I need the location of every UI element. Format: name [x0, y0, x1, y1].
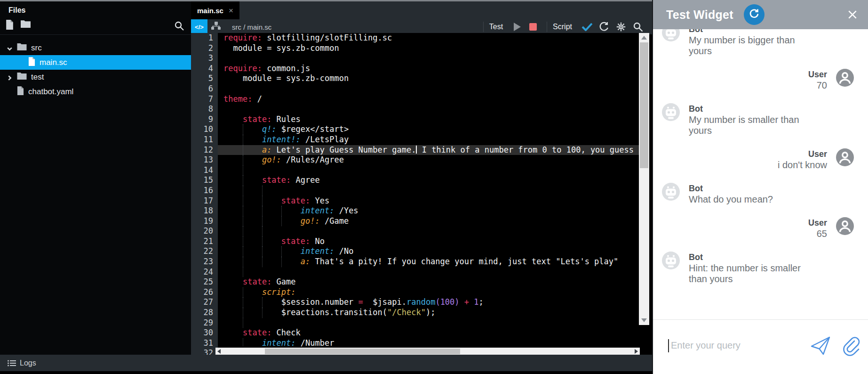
code-token: common.js — [262, 64, 310, 73]
indent-guide — [262, 257, 263, 267]
code-line-16 — [218, 186, 639, 196]
code-line-8 — [218, 104, 639, 114]
message-sender: User — [778, 148, 827, 160]
code-token: / — [252, 94, 262, 104]
bot-avatar — [662, 103, 680, 123]
new-folder-icon[interactable] — [21, 20, 31, 30]
ide-window: Files srcmain.sctestchatbot.yaml main.sc… — [0, 0, 868, 374]
reload-icon[interactable] — [598, 21, 610, 33]
query-input[interactable] — [670, 340, 789, 351]
scroll-right-arrow-icon[interactable] — [635, 349, 638, 354]
code-line-30: state: Check — [218, 328, 639, 338]
code-line-6 — [218, 84, 639, 94]
line-number: 3 — [191, 53, 218, 64]
tree-item-main-sc[interactable]: main.sc — [0, 55, 191, 70]
indent-guide — [243, 308, 243, 318]
tree-item-chatbot-yaml[interactable]: chatbot.yaml — [0, 84, 191, 99]
code-token: /Yes — [334, 206, 358, 215]
tree-item-test[interactable]: test — [0, 70, 191, 84]
code-token: ; — [479, 297, 484, 307]
line-number: 30 — [191, 328, 218, 338]
logs-bar[interactable]: Logs — [0, 355, 652, 371]
scroll-down-arrow-icon[interactable] — [641, 318, 647, 322]
attach-button[interactable] — [840, 335, 861, 357]
code-token: Rules — [271, 114, 300, 124]
code-line-26: script: — [218, 287, 639, 298]
play-button[interactable] — [514, 23, 521, 31]
message-text: i don't know — [778, 160, 827, 171]
gear-icon[interactable] — [615, 21, 627, 33]
code-token: slotfilling/slotFilling.sc — [262, 33, 392, 42]
paperclip-icon — [840, 335, 861, 357]
horizontal-scrollbar-thumb[interactable] — [265, 349, 460, 354]
line-number: 9 — [191, 114, 218, 125]
chevron-down-icon[interactable] — [7, 45, 13, 54]
code-token: intent: — [262, 338, 296, 347]
stop-button[interactable] — [529, 23, 537, 31]
scroll-left-arrow-icon[interactable] — [217, 349, 221, 354]
code-line-14 — [218, 165, 639, 176]
code-token: $session.number — [281, 297, 358, 307]
widget-close-button[interactable] — [847, 9, 858, 20]
message-body: Useri don't know — [778, 148, 827, 171]
message-body: BotWhat do you mean? — [689, 183, 773, 205]
code-line-4: require: common.js — [218, 64, 639, 74]
message-body: BotHint: the number is smaller than your… — [689, 252, 820, 285]
tree-item-label: src — [31, 43, 42, 53]
line-number: 19 — [191, 216, 218, 227]
code-token: (100) — [435, 297, 459, 307]
horizontal-scrollbar[interactable] — [215, 348, 640, 355]
code-token: go!: — [301, 216, 320, 226]
code-token: theme: — [223, 94, 252, 104]
code-editor[interactable]: require: slotfilling/slotFilling.sc modu… — [218, 33, 639, 347]
scroll-up-arrow-icon[interactable] — [641, 36, 647, 40]
chevron-right-icon[interactable] — [7, 74, 13, 83]
new-file-icon[interactable] — [6, 20, 14, 32]
editor-toolbar: </> src / main.sc Test Script — [191, 19, 652, 34]
message-sender: User — [808, 69, 827, 80]
user-message: User70 — [662, 69, 854, 91]
indent-guide — [262, 196, 263, 206]
code-line-7: theme: / — [218, 94, 639, 105]
indent-guide — [281, 206, 282, 216]
editor-search-icon[interactable] — [632, 21, 644, 33]
line-number: 24 — [191, 267, 218, 277]
code-view-button[interactable]: </> — [191, 19, 207, 34]
code-token: = — [358, 297, 363, 307]
code-token: intent: — [301, 246, 334, 256]
code-token: require: — [223, 64, 262, 73]
line-number: 16 — [191, 186, 218, 196]
code-line-15: state: Agree — [218, 175, 639, 186]
indent-guide — [262, 246, 263, 257]
refresh-button[interactable] — [744, 4, 764, 25]
code-token: state: — [281, 196, 310, 205]
line-number: 11 — [191, 135, 218, 145]
code-token: That's a pity! If you change your mind, … — [310, 257, 618, 266]
line-number: 8 — [191, 104, 218, 114]
tab-main-sc[interactable]: main.sc × — [191, 1, 239, 19]
user-avatar — [836, 148, 854, 168]
indent-guide — [243, 318, 243, 328]
indent-guide — [243, 124, 243, 135]
code-line-13: go!: /Rules/Agree — [218, 155, 639, 165]
line-number: 21 — [191, 236, 218, 247]
code-line-11: intent!: /LetsPlay — [218, 135, 639, 145]
file-tree: srcmain.sctestchatbot.yaml — [0, 41, 191, 99]
tab-close-icon[interactable]: × — [229, 7, 233, 15]
script-check-icon[interactable] — [581, 21, 593, 33]
send-button[interactable] — [810, 335, 831, 357]
vertical-scrollbar-thumb[interactable] — [640, 42, 648, 168]
visual-editor-icon — [211, 21, 221, 33]
message-body: BotMy number is smaller than yours — [689, 103, 820, 136]
code-token: q!: — [262, 124, 277, 134]
visual-editor-button[interactable] — [207, 19, 224, 34]
code-token: + — [464, 297, 469, 307]
line-number: 2 — [191, 43, 218, 54]
indent-guide — [262, 226, 263, 236]
code-line-22: intent: /No — [218, 246, 639, 257]
code-line-10: q!: $regex</start> — [218, 124, 639, 135]
message-body: BotMy number is bigger than yours — [689, 29, 820, 57]
tree-item-src[interactable]: src — [0, 41, 191, 55]
vertical-scrollbar[interactable] — [639, 33, 649, 325]
files-search-icon[interactable] — [174, 21, 184, 33]
